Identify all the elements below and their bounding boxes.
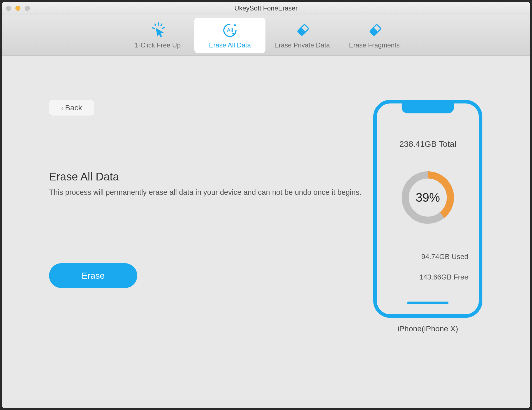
svg-line-2	[161, 24, 162, 26]
storage-free: 143.66GB Free	[419, 273, 468, 281]
tab-label: 1-Click Free Up	[135, 41, 181, 49]
back-label: Back	[65, 103, 82, 112]
tab-erase-fragments[interactable]: Erase Fragments	[339, 18, 410, 53]
storage-donut-chart: 39%	[399, 169, 456, 226]
content-area: ‹ Back Erase All Data This process will …	[2, 56, 530, 408]
traffic-lights	[6, 6, 30, 11]
one-click-cursor-icon	[149, 22, 166, 38]
window-zoom-button[interactable]	[25, 6, 30, 11]
page-title: Erase All Data	[49, 171, 119, 183]
device-name: iPhone(iPhone X)	[373, 324, 482, 333]
eraser-private-icon	[294, 22, 310, 38]
toolbar: 1-Click Free Up All Erase All Data	[2, 15, 530, 56]
phone-notch	[402, 103, 454, 113]
svg-point-6	[232, 33, 234, 34]
storage-percent: 39%	[399, 169, 456, 226]
back-button[interactable]: ‹ Back	[49, 100, 94, 116]
eraser-fragments-icon	[366, 22, 383, 38]
tab-label: Erase Private Data	[274, 41, 330, 49]
tab-1-click-free-up[interactable]: 1-Click Free Up	[122, 18, 193, 53]
page-description: This process will permanently erase all …	[49, 188, 361, 197]
tab-label: Erase Fragments	[349, 41, 400, 49]
device-graphic: 238.41GB Total 39% 94.74GB Used 143.66GB…	[373, 100, 482, 318]
tab-erase-private-data[interactable]: Erase Private Data	[267, 18, 338, 53]
window-close-button[interactable]	[6, 6, 11, 11]
titlebar: UkeySoft FoneEraser	[2, 2, 530, 15]
erase-label: Erase	[82, 271, 105, 281]
storage-total: 238.41GB Total	[377, 139, 479, 149]
svg-line-3	[152, 28, 154, 28]
svg-rect-8	[297, 27, 306, 36]
storage-used: 94.74GB Used	[421, 252, 468, 261]
svg-rect-10	[370, 27, 378, 36]
phone-home-indicator	[407, 302, 448, 304]
erase-all-icon: All	[222, 22, 238, 38]
svg-line-4	[162, 28, 164, 28]
svg-line-0	[155, 24, 156, 26]
erase-button[interactable]: Erase	[49, 263, 137, 288]
tab-label: Erase All Data	[209, 41, 251, 49]
app-window: UkeySoft FoneEraser	[2, 2, 530, 408]
window-minimize-button[interactable]	[15, 6, 20, 11]
svg-text:All: All	[227, 27, 233, 33]
window-title: UkeySoft FoneEraser	[2, 4, 530, 12]
tab-erase-all-data[interactable]: All Erase All Data	[194, 18, 265, 53]
chevron-left-icon: ‹	[61, 103, 64, 113]
